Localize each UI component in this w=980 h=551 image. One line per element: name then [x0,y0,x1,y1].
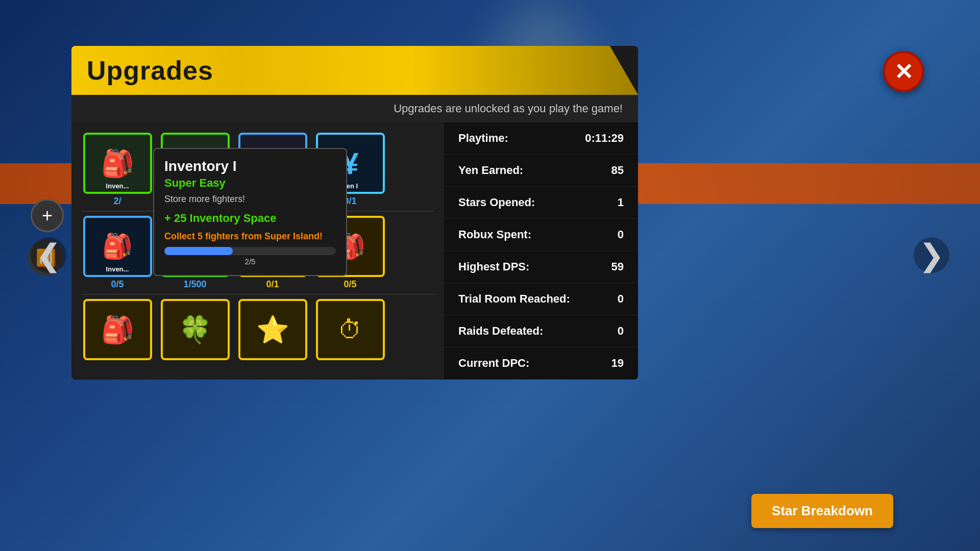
close-button[interactable]: ✕ [883,51,924,92]
stat-playtime: Playtime: 0:11:29 [444,122,638,155]
nav-left-arrow[interactable]: ❮ [31,237,66,273]
tooltip-title: Inventory I [164,158,336,174]
grid-item-bottom-4[interactable]: ⏱ [314,299,386,360]
bottom-row: 🎒 🍀 ⭐ ⏱ [82,299,434,360]
tooltip-progress-text: 2/5 [164,257,336,266]
content-area: 🎒 Inven... 2/ 🍀 1/500 ✦ [71,122,638,380]
upgrades-grid: 🎒 Inven... 2/ 🍀 1/500 ✦ [71,122,444,380]
grid-item-inv-blue[interactable]: 🎒 Inven... 0/5 [82,216,153,290]
tooltip-bonus: + 25 Inventory Space [164,212,336,225]
tooltip-requirement: Collect 5 fighters from Super Island! [164,231,336,242]
tooltip-description: Store more fighters! [164,194,336,205]
tooltip-difficulty: Super Easy [164,177,336,190]
plus-button[interactable]: + [31,199,64,232]
page-title: Upgrades [87,55,213,86]
tooltip-progress-fill [164,247,233,255]
stat-highest-dps: Highest DPS: 59 [444,251,638,283]
stats-panel: Playtime: 0:11:29 Yen Earned: 85 Stars O… [444,122,638,380]
nav-right-arrow[interactable]: ❯ [914,237,949,273]
title-bar: Upgrades [71,46,638,95]
subtitle-text: Upgrades are unlocked as you play the ga… [71,95,638,122]
tooltip-popup: Inventory I Super Easy Store more fighte… [153,148,347,276]
star-breakdown-button[interactable]: Star Breakdown [751,494,893,528]
stat-robux-spent: Robux Spent: 0 [444,219,638,251]
stat-current-dpc: Current DPC: 19 [444,347,638,380]
grid-item-bottom-3[interactable]: ⭐ [237,299,308,360]
stat-yen-earned: Yen Earned: 85 [444,155,638,187]
stat-raids-defeated: Raids Defeated: 0 [444,315,638,347]
grid-item-inventory-1[interactable]: 🎒 Inven... 2/ [82,133,153,207]
grid-item-bottom-1[interactable]: 🎒 [82,299,153,360]
stat-trial-room: Trial Room Reached: 0 [444,283,638,315]
stat-stars-opened: Stars Opened: 1 [444,187,638,219]
tooltip-progress-bar [164,247,336,255]
main-panel: Upgrades Upgrades are unlocked as you pl… [71,46,638,380]
grid-item-bottom-2[interactable]: 🍀 [159,299,231,360]
